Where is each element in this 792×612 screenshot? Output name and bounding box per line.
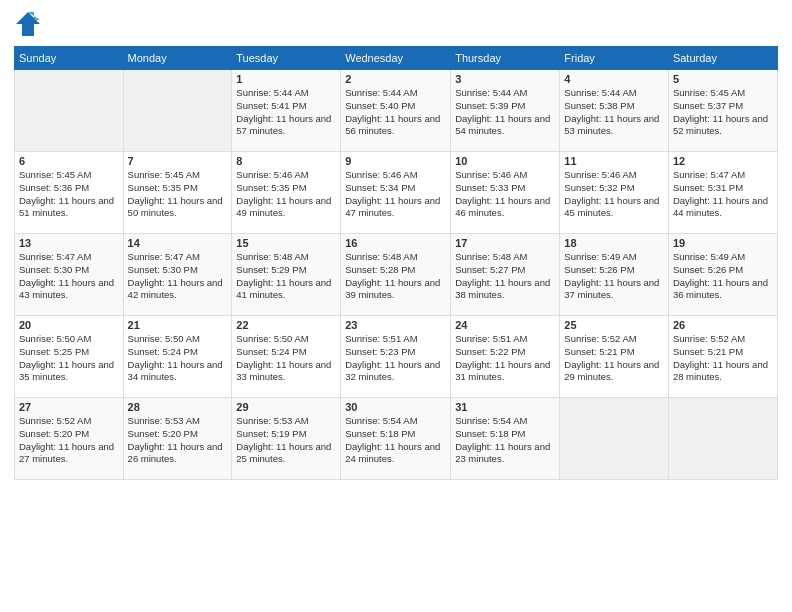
calendar-cell: 14 Sunrise: 5:47 AMSunset: 5:30 PMDaylig… [123,234,232,316]
day-number: 2 [345,73,446,85]
calendar-cell: 27 Sunrise: 5:52 AMSunset: 5:20 PMDaylig… [15,398,124,480]
day-number: 28 [128,401,228,413]
day-number: 10 [455,155,555,167]
calendar-cell: 4 Sunrise: 5:44 AMSunset: 5:38 PMDayligh… [560,70,669,152]
day-detail: Sunrise: 5:44 AMSunset: 5:40 PMDaylight:… [345,87,446,138]
calendar-cell: 9 Sunrise: 5:46 AMSunset: 5:34 PMDayligh… [341,152,451,234]
day-detail: Sunrise: 5:45 AMSunset: 5:36 PMDaylight:… [19,169,119,220]
weekday-header: Sunday [15,47,124,70]
day-detail: Sunrise: 5:50 AMSunset: 5:25 PMDaylight:… [19,333,119,384]
calendar-cell: 10 Sunrise: 5:46 AMSunset: 5:33 PMDaylig… [451,152,560,234]
calendar-cell: 7 Sunrise: 5:45 AMSunset: 5:35 PMDayligh… [123,152,232,234]
day-detail: Sunrise: 5:48 AMSunset: 5:29 PMDaylight:… [236,251,336,302]
weekday-header: Friday [560,47,669,70]
day-number: 7 [128,155,228,167]
calendar-cell: 13 Sunrise: 5:47 AMSunset: 5:30 PMDaylig… [15,234,124,316]
day-detail: Sunrise: 5:52 AMSunset: 5:21 PMDaylight:… [673,333,773,384]
calendar-cell [123,70,232,152]
weekday-header: Thursday [451,47,560,70]
day-number: 25 [564,319,664,331]
day-detail: Sunrise: 5:47 AMSunset: 5:30 PMDaylight:… [19,251,119,302]
day-number: 12 [673,155,773,167]
calendar-week-row: 1 Sunrise: 5:44 AMSunset: 5:41 PMDayligh… [15,70,778,152]
calendar-cell: 22 Sunrise: 5:50 AMSunset: 5:24 PMDaylig… [232,316,341,398]
day-number: 30 [345,401,446,413]
calendar-cell: 28 Sunrise: 5:53 AMSunset: 5:20 PMDaylig… [123,398,232,480]
day-detail: Sunrise: 5:44 AMSunset: 5:38 PMDaylight:… [564,87,664,138]
day-number: 6 [19,155,119,167]
day-number: 14 [128,237,228,249]
calendar-cell: 31 Sunrise: 5:54 AMSunset: 5:18 PMDaylig… [451,398,560,480]
calendar-cell: 16 Sunrise: 5:48 AMSunset: 5:28 PMDaylig… [341,234,451,316]
day-number: 16 [345,237,446,249]
day-detail: Sunrise: 5:53 AMSunset: 5:20 PMDaylight:… [128,415,228,466]
day-number: 29 [236,401,336,413]
calendar-cell: 15 Sunrise: 5:48 AMSunset: 5:29 PMDaylig… [232,234,341,316]
weekday-header-row: SundayMondayTuesdayWednesdayThursdayFrid… [15,47,778,70]
day-detail: Sunrise: 5:45 AMSunset: 5:37 PMDaylight:… [673,87,773,138]
calendar-cell: 5 Sunrise: 5:45 AMSunset: 5:37 PMDayligh… [668,70,777,152]
calendar-cell [560,398,669,480]
day-number: 22 [236,319,336,331]
calendar-cell: 3 Sunrise: 5:44 AMSunset: 5:39 PMDayligh… [451,70,560,152]
day-number: 15 [236,237,336,249]
day-number: 4 [564,73,664,85]
day-number: 20 [19,319,119,331]
day-number: 24 [455,319,555,331]
day-number: 21 [128,319,228,331]
day-number: 17 [455,237,555,249]
day-detail: Sunrise: 5:46 AMSunset: 5:35 PMDaylight:… [236,169,336,220]
header [14,10,778,38]
calendar-cell: 30 Sunrise: 5:54 AMSunset: 5:18 PMDaylig… [341,398,451,480]
calendar-cell: 25 Sunrise: 5:52 AMSunset: 5:21 PMDaylig… [560,316,669,398]
calendar-cell: 19 Sunrise: 5:49 AMSunset: 5:26 PMDaylig… [668,234,777,316]
day-number: 18 [564,237,664,249]
day-number: 11 [564,155,664,167]
calendar-cell: 24 Sunrise: 5:51 AMSunset: 5:22 PMDaylig… [451,316,560,398]
calendar-cell: 18 Sunrise: 5:49 AMSunset: 5:26 PMDaylig… [560,234,669,316]
day-detail: Sunrise: 5:50 AMSunset: 5:24 PMDaylight:… [236,333,336,384]
calendar-cell: 17 Sunrise: 5:48 AMSunset: 5:27 PMDaylig… [451,234,560,316]
calendar-cell [668,398,777,480]
weekday-header: Saturday [668,47,777,70]
weekday-header: Wednesday [341,47,451,70]
day-detail: Sunrise: 5:46 AMSunset: 5:34 PMDaylight:… [345,169,446,220]
calendar-table: SundayMondayTuesdayWednesdayThursdayFrid… [14,46,778,480]
day-number: 23 [345,319,446,331]
logo [14,10,46,38]
svg-marker-0 [16,12,40,36]
day-detail: Sunrise: 5:44 AMSunset: 5:41 PMDaylight:… [236,87,336,138]
day-number: 5 [673,73,773,85]
weekday-header: Monday [123,47,232,70]
day-detail: Sunrise: 5:48 AMSunset: 5:28 PMDaylight:… [345,251,446,302]
day-detail: Sunrise: 5:51 AMSunset: 5:23 PMDaylight:… [345,333,446,384]
calendar-cell: 12 Sunrise: 5:47 AMSunset: 5:31 PMDaylig… [668,152,777,234]
calendar-cell: 1 Sunrise: 5:44 AMSunset: 5:41 PMDayligh… [232,70,341,152]
calendar-cell: 23 Sunrise: 5:51 AMSunset: 5:23 PMDaylig… [341,316,451,398]
calendar-cell: 20 Sunrise: 5:50 AMSunset: 5:25 PMDaylig… [15,316,124,398]
calendar-week-row: 27 Sunrise: 5:52 AMSunset: 5:20 PMDaylig… [15,398,778,480]
day-number: 3 [455,73,555,85]
calendar-cell [15,70,124,152]
day-detail: Sunrise: 5:50 AMSunset: 5:24 PMDaylight:… [128,333,228,384]
day-detail: Sunrise: 5:52 AMSunset: 5:20 PMDaylight:… [19,415,119,466]
weekday-header: Tuesday [232,47,341,70]
day-number: 19 [673,237,773,249]
day-number: 31 [455,401,555,413]
day-detail: Sunrise: 5:48 AMSunset: 5:27 PMDaylight:… [455,251,555,302]
calendar-cell: 21 Sunrise: 5:50 AMSunset: 5:24 PMDaylig… [123,316,232,398]
day-detail: Sunrise: 5:54 AMSunset: 5:18 PMDaylight:… [345,415,446,466]
day-detail: Sunrise: 5:47 AMSunset: 5:31 PMDaylight:… [673,169,773,220]
day-detail: Sunrise: 5:49 AMSunset: 5:26 PMDaylight:… [673,251,773,302]
logo-icon [14,10,42,38]
calendar-week-row: 13 Sunrise: 5:47 AMSunset: 5:30 PMDaylig… [15,234,778,316]
day-detail: Sunrise: 5:53 AMSunset: 5:19 PMDaylight:… [236,415,336,466]
page: SundayMondayTuesdayWednesdayThursdayFrid… [0,0,792,612]
calendar-week-row: 20 Sunrise: 5:50 AMSunset: 5:25 PMDaylig… [15,316,778,398]
day-number: 13 [19,237,119,249]
day-number: 26 [673,319,773,331]
day-number: 8 [236,155,336,167]
calendar-cell: 6 Sunrise: 5:45 AMSunset: 5:36 PMDayligh… [15,152,124,234]
calendar-cell: 11 Sunrise: 5:46 AMSunset: 5:32 PMDaylig… [560,152,669,234]
day-detail: Sunrise: 5:44 AMSunset: 5:39 PMDaylight:… [455,87,555,138]
